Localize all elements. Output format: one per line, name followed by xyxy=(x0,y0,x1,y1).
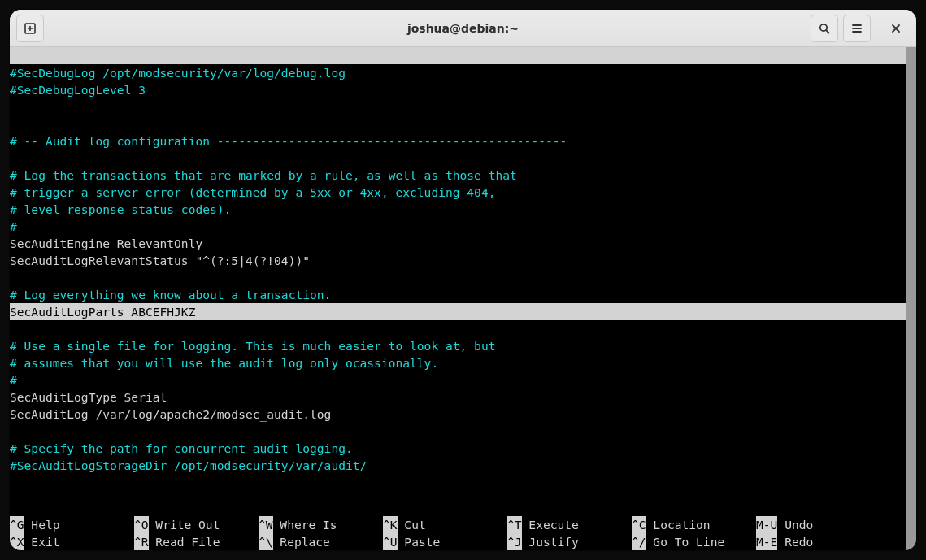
editor-line: #SecAuditLogStorageDir /opt/modsecurity/… xyxy=(10,457,906,474)
shortcut-label: Read File xyxy=(149,533,220,550)
menu-button[interactable] xyxy=(843,15,871,42)
editor-line: # xyxy=(10,218,906,235)
shortcut-key: ^K xyxy=(383,516,398,533)
editor-line: SecAuditEngine RelevantOnly xyxy=(10,235,906,252)
shortcut-label: Location xyxy=(646,516,711,533)
search-icon xyxy=(818,22,831,35)
editor-line: # assumes that you will use the audit lo… xyxy=(10,354,906,371)
shortcut-key: ^\ xyxy=(259,533,273,550)
shortcut-label: Where Is xyxy=(273,516,337,533)
shortcut-key: ^O xyxy=(134,516,149,533)
nano-header: GNU nano 7.2 /etc/modsecurity/modsecurit… xyxy=(10,47,906,64)
editor-line: SecAuditLogType Serial xyxy=(10,389,906,406)
scrollbar-thumb[interactable] xyxy=(906,47,916,550)
editor-line: #SecDebugLogLevel 3 xyxy=(10,81,906,98)
shortcut-label: Help xyxy=(24,516,60,533)
terminal-content: GNU nano 7.2 /etc/modsecurity/modsecurit… xyxy=(10,47,906,550)
editor-line: # level response status codes). xyxy=(10,201,906,218)
search-button[interactable] xyxy=(811,15,838,42)
editor-line: SecAuditLogParts ABCEFHJKZ xyxy=(10,303,906,320)
editor-line xyxy=(10,269,906,286)
shortcut-key: ^C xyxy=(632,516,646,533)
shortcut-key: ^/ xyxy=(632,533,646,550)
shortcut-key: M-U xyxy=(756,516,777,533)
new-tab-button[interactable] xyxy=(16,15,44,42)
hamburger-icon xyxy=(850,22,863,35)
shortcut-item: ^G Help xyxy=(10,516,134,533)
scrollbar[interactable] xyxy=(906,47,916,550)
shortcut-item: ^O Write Out xyxy=(134,516,259,533)
shortcut-label: Redo xyxy=(777,533,813,550)
titlebar[interactable]: joshua@debian:~ xyxy=(10,10,916,47)
editor-line: # Log everything we know about a transac… xyxy=(10,286,906,303)
shortcut-item: ^X Exit xyxy=(10,533,134,550)
editor-line: # -- Audit log configuration -----------… xyxy=(10,132,906,150)
shortcut-label: Cut xyxy=(398,516,426,533)
shortcut-item: ^K Cut xyxy=(383,516,507,533)
shortcut-label: Paste xyxy=(398,533,441,550)
shortcut-row-2: ^X Exit^R Read File^\ Replace^U Paste^J … xyxy=(10,533,906,550)
shortcut-key: ^T xyxy=(507,516,522,533)
shortcut-key: ^W xyxy=(259,516,273,533)
shortcut-key: ^J xyxy=(507,533,522,550)
editor-line: SecAuditLogRelevantStatus "^(?:5|4(?!04)… xyxy=(10,252,906,269)
shortcut-item: M-U Undo xyxy=(756,516,870,533)
shortcut-key: ^U xyxy=(383,533,398,550)
editor-line: # Specify the path for concurrent audit … xyxy=(10,440,906,457)
shortcut-label: Write Out xyxy=(149,516,220,533)
new-tab-icon xyxy=(24,22,37,35)
close-icon xyxy=(890,23,902,34)
shortcut-key: ^X xyxy=(10,533,24,550)
editor-line xyxy=(10,115,906,132)
shortcut-item: ^C Location xyxy=(632,516,756,533)
editor-line xyxy=(10,320,906,337)
terminal-window: joshua@debian:~ xyxy=(10,10,916,550)
shortcut-item: ^/ Go To Line xyxy=(632,533,756,550)
editor-line: # Log the transactions that are marked b… xyxy=(10,167,906,184)
close-button[interactable] xyxy=(882,15,910,42)
editor-line: # Use a single file for logging. This is… xyxy=(10,337,906,354)
shortcut-item: ^J Justify xyxy=(507,533,632,550)
shortcut-row-1: ^G Help^O Write Out^W Where Is^K Cut^T E… xyxy=(10,516,906,533)
shortcut-item: ^W Where Is xyxy=(259,516,383,533)
shortcut-label: Undo xyxy=(777,516,813,533)
terminal-viewport[interactable]: GNU nano 7.2 /etc/modsecurity/modsecurit… xyxy=(10,47,916,550)
shortcut-item: M-E Redo xyxy=(756,533,870,550)
shortcut-label: Justify xyxy=(522,533,579,550)
editor-line: # xyxy=(10,371,906,389)
editor-line xyxy=(10,423,906,440)
shortcut-key: ^G xyxy=(10,516,24,533)
nano-filename: /etc/modsecurity/modsecurity.conf * xyxy=(367,66,617,80)
shortcut-item: ^R Read File xyxy=(134,533,259,550)
shortcut-key: M-E xyxy=(756,533,777,550)
editor-line xyxy=(10,474,906,491)
shortcut-item: ^U Paste xyxy=(383,533,507,550)
shortcut-label: Go To Line xyxy=(646,533,725,550)
svg-line-4 xyxy=(826,30,828,33)
shortcut-item: ^T Execute xyxy=(507,516,632,533)
editor-line: # trigger a server error (determined by … xyxy=(10,184,906,201)
editor-line xyxy=(10,150,906,167)
shortcut-label: Replace xyxy=(273,533,330,550)
shortcut-key: ^R xyxy=(134,533,149,550)
nano-shortcuts: ^G Help^O Write Out^W Where Is^K Cut^T E… xyxy=(10,516,906,550)
window-title: joshua@debian:~ xyxy=(407,22,519,35)
shortcut-label: Execute xyxy=(522,516,579,533)
shortcut-item: ^\ Replace xyxy=(259,533,383,550)
shortcut-label: Exit xyxy=(24,533,60,550)
editor-line: SecAuditLog /var/log/apache2/modsec_audi… xyxy=(10,406,906,423)
editor-line xyxy=(10,98,906,115)
